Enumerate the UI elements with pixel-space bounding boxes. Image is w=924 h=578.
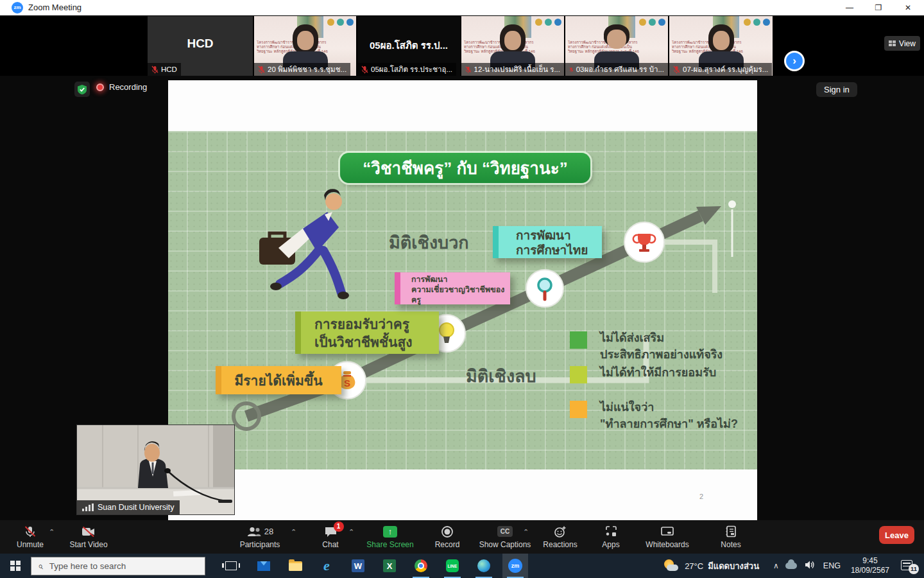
- zoom-taskbar-button[interactable]: zm: [502, 554, 528, 578]
- participant-tile[interactable]: โครงการพัฒนาข้าราชการครูและบุคลากรทางการ…: [565, 16, 668, 76]
- negative-point: ไม่ได้ส่งเสริม ประสิทธิภาพอย่างแท้จริง: [570, 331, 723, 363]
- start-button[interactable]: [0, 554, 31, 578]
- presenter-name-tag: Suan Dusit University: [77, 500, 180, 514]
- participant-tile[interactable]: 05ผอ.โสภิต รร.ป... 05ผอ.โสภิต รร.ประชาอุ…: [357, 16, 460, 76]
- record-button[interactable]: Record: [425, 522, 470, 552]
- share-screen-button[interactable]: ↑ Share Screen: [359, 522, 421, 552]
- next-page-button[interactable]: ›: [784, 51, 805, 71]
- step-income: มีรายได้เพิ่มขึ้น: [216, 366, 341, 394]
- leave-button[interactable]: Leave: [879, 526, 914, 544]
- weather-icon[interactable]: [663, 559, 680, 573]
- notes-icon: [725, 525, 737, 538]
- step-accent: [295, 311, 301, 354]
- reactions-button[interactable]: Reactions: [534, 522, 586, 552]
- negative-point: ไม่แน่ใจว่า "ทำลายการศึกษา" หรือไม่?: [570, 401, 738, 432]
- chrome-icon: [415, 559, 427, 572]
- word-button[interactable]: W: [345, 554, 371, 578]
- unmute-options-chevron[interactable]: ⌃: [49, 528, 55, 536]
- step-accent: [493, 226, 499, 258]
- system-tray: 27°C มีแดดบางส่วน ∧ ENG 9:45 18/09/2567 …: [663, 554, 924, 578]
- notes-label: Notes: [721, 540, 740, 549]
- task-view-icon: [225, 561, 237, 570]
- muted-mic-icon: [361, 66, 368, 74]
- start-video-button[interactable]: Start Video: [61, 522, 116, 552]
- negative-point-text: ไม่ได้ทำให้มีการยอมรับ: [600, 364, 716, 383]
- weather-desc[interactable]: มีแดดบางส่วน: [708, 559, 759, 573]
- zoom-toolbar: Unmute ⌃ Start Video 28 Participants ⌃ 1…: [0, 520, 924, 554]
- participants-button[interactable]: 28 Participants: [232, 522, 287, 552]
- search-icon: ⌕: [38, 561, 43, 572]
- file-explorer-button[interactable]: [282, 554, 308, 578]
- close-button[interactable]: ✕: [897, 0, 919, 15]
- participant-name: 03ผอ.กำธร ศรีแสน รร บ้า...: [576, 64, 664, 75]
- participant-tile[interactable]: โครงการพัฒนาข้าราชการครูและบุคลากรทางการ…: [669, 16, 773, 76]
- window-title: Zoom Meeting: [28, 3, 81, 12]
- sign-in-button[interactable]: Sign in: [816, 82, 857, 97]
- step-teacher-expertise: การพัฒนา ความเชี่ยวชาญวิชาชีพของครู: [395, 272, 510, 304]
- recording-dot-icon: [96, 83, 104, 91]
- apps-label: Apps: [602, 540, 619, 549]
- tray-chevron-icon[interactable]: ∧: [773, 561, 779, 570]
- line-app-button[interactable]: LINE: [440, 554, 465, 578]
- gallery-grid-icon: [889, 40, 896, 46]
- participant-name-tag: 12-นางเปรมศิริ เนื้อเย็น ร...: [461, 63, 564, 76]
- participants-options-chevron[interactable]: ⌃: [291, 528, 296, 536]
- screen: zm Zoom Meeting — ❐ ✕ HCD HCD โครงการพัฒ…: [0, 0, 924, 578]
- apps-icon: [605, 525, 617, 538]
- whiteboards-button[interactable]: Whiteboards: [637, 522, 698, 552]
- negative-point: ไม่ได้ทำให้มีการยอมรับ: [570, 366, 716, 383]
- ie-icon: e: [323, 557, 330, 574]
- speaker-icon[interactable]: [805, 560, 816, 572]
- step-accent: [216, 366, 221, 394]
- positive-dimension-label: มิติเชิงบวก: [389, 229, 469, 256]
- weather-temp[interactable]: 27°C: [685, 561, 703, 571]
- mail-app-button[interactable]: [251, 554, 277, 578]
- restore-button[interactable]: ❐: [868, 0, 889, 15]
- onedrive-icon[interactable]: [785, 563, 797, 569]
- show-captions-button[interactable]: CC Show Captions: [473, 522, 537, 552]
- chat-options-chevron[interactable]: ⌃: [348, 528, 354, 536]
- chat-badge: 1: [334, 521, 344, 532]
- chrome-button[interactable]: [408, 554, 434, 578]
- task-view-button[interactable]: [218, 554, 244, 578]
- recording-label: Recording: [109, 82, 147, 92]
- minimize-button[interactable]: —: [839, 0, 860, 15]
- participant-tile-hcd[interactable]: HCD HCD: [148, 16, 253, 76]
- excel-button[interactable]: X: [377, 554, 402, 578]
- internet-explorer-button[interactable]: e: [314, 554, 339, 578]
- step-label: การพัฒนา ความเชี่ยวชาญวิชาชีพของครู: [411, 275, 504, 304]
- security-shield-icon[interactable]: [74, 82, 90, 97]
- notes-button[interactable]: Notes: [710, 522, 752, 552]
- tray-time: 9:45: [862, 556, 877, 565]
- muted-mic-icon: [673, 66, 680, 74]
- edge-button[interactable]: [471, 554, 497, 578]
- window-titlebar: zm Zoom Meeting — ❐ ✕: [0, 0, 924, 15]
- presentation-slide: S “วิชาชีพครู” กับ “วิทยฐานะ”: [168, 131, 757, 469]
- taskbar-search[interactable]: ⌕ Type here to search: [31, 557, 205, 575]
- notification-badge: 11: [909, 564, 919, 574]
- svg-text:S: S: [344, 378, 350, 389]
- word-icon: W: [352, 559, 364, 572]
- presenter-video[interactable]: Suan Dusit University: [77, 425, 234, 514]
- windows-taskbar: ⌕ Type here to search e W X LINE zm 27°C…: [0, 554, 924, 578]
- background-logos: [639, 19, 665, 26]
- clock[interactable]: 9:45 18/09/2567: [851, 556, 889, 575]
- background-logos: [744, 19, 770, 26]
- bullet-square: [570, 401, 587, 418]
- participant-tile[interactable]: โครงการพัฒนาข้าราชการครูและบุคลากรทางการ…: [461, 16, 564, 76]
- muted-mic-icon: [24, 525, 37, 538]
- recording-indicator[interactable]: Recording: [96, 82, 147, 92]
- background-logos: [535, 19, 561, 26]
- participant-tile[interactable]: โครงการพัฒนาข้าราชการครูและบุคลากรทางการ…: [254, 16, 356, 76]
- apps-button[interactable]: Apps: [592, 522, 630, 552]
- presenter-name: Suan Dusit University: [98, 503, 175, 512]
- chat-button[interactable]: 1 Chat: [311, 522, 350, 552]
- notification-center-button[interactable]: 11: [900, 559, 916, 573]
- language-indicator[interactable]: ENG: [823, 561, 841, 570]
- unmute-button[interactable]: Unmute: [10, 522, 50, 552]
- view-button[interactable]: View: [884, 36, 920, 51]
- captions-options-chevron[interactable]: ⌃: [523, 528, 529, 536]
- trophy-icon: [624, 222, 664, 262]
- show-captions-label: Show Captions: [479, 540, 531, 549]
- muted-mic-icon: [258, 66, 265, 74]
